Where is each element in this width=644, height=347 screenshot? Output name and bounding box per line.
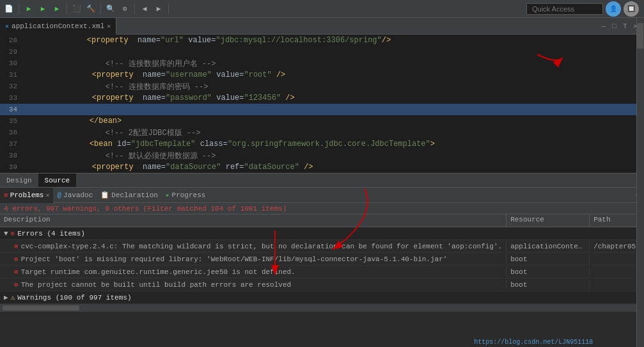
warnings-section-header[interactable]: ▶ ⚠ Warnings (100 of 997 items): [0, 291, 644, 304]
error-3-resource: boot: [507, 268, 590, 277]
toolbar-icons: 📄 ▶ ▶ ▶ ⬛ 🔨 🔍 ⚙ ◀ ▶: [3, 3, 526, 15]
warnings-section-icon: ⚠: [11, 293, 15, 302]
javadoc-tab[interactable]: @ Javadoc: [53, 188, 97, 203]
error-4-text: The project cannot be built until build …: [21, 281, 291, 289]
error-2-resource: boot: [507, 255, 590, 264]
problems-status-text: 4 errors, 997 warnings, 0 others (Filter…: [4, 205, 287, 213]
user-avatar[interactable]: 👤: [606, 1, 621, 17]
javadoc-tab-label: Javadoc: [63, 191, 93, 199]
error-3-text: Target runtime com.genuitec.runtime.gene…: [21, 268, 295, 276]
problems-tabbar: ⊗ Problems ✕ @ Javadoc 📋 Declaration ▸ P…: [0, 188, 644, 203]
minimize-button[interactable]: —: [600, 22, 608, 31]
errors-section-header[interactable]: ▼ ⊗ Errors (4 items): [0, 227, 644, 240]
icon-back[interactable]: ◀: [138, 3, 151, 15]
line-num-33: 33: [0, 94, 22, 102]
problems-status-bar: 4 errors, 997 warnings, 0 others (Filter…: [0, 203, 644, 214]
problems-tab-label: Problems: [10, 191, 44, 199]
main-container: ✕ applicationContext.xml ✕ — □ T ✕ Java: [0, 18, 644, 347]
design-tab[interactable]: Design: [0, 174, 38, 188]
icon-forward[interactable]: ▶: [152, 3, 165, 15]
line-num-39: 39: [0, 163, 22, 171]
error-1-text: cvc-complex-type.2.4.c: The matching wil…: [21, 243, 503, 250]
editor-close-button[interactable]: T: [621, 22, 629, 31]
errors-section-text: Errors (4 items): [17, 230, 85, 238]
error-2-text: Project 'boot' is missing required libra…: [21, 255, 448, 263]
line-num-34: 34: [0, 106, 22, 113]
watermark-url: https://blog.csdn.net/LJN951118: [474, 339, 593, 346]
separator-2: [67, 4, 67, 14]
tab-close-button[interactable]: ✕: [107, 22, 111, 30]
line-num-37: 37: [0, 140, 22, 148]
line-content-39: <property name="dataSource" ref="dataSou…: [22, 154, 313, 173]
xml-file-icon: ✕: [5, 22, 9, 30]
design-source-bar: Design Source: [0, 173, 644, 187]
separator-4: [134, 4, 135, 14]
declaration-tab-label: Declaration: [111, 191, 158, 199]
source-tab[interactable]: Source: [38, 174, 77, 188]
line-num-31: 31: [0, 71, 22, 79]
icon-gear[interactable]: ⚙: [118, 3, 131, 15]
icon-run3[interactable]: ▶: [51, 3, 63, 15]
editor-tab-xml[interactable]: ✕ applicationContext.xml ✕: [0, 18, 116, 35]
problems-table-header: Description Resource Path: [0, 214, 644, 227]
line-num-29: 29: [0, 48, 22, 56]
progress-tab-label: Progress: [172, 191, 206, 199]
problems-table-body: ▼ ⊗ Errors (4 items) ⊗ cvc-complex-type.…: [0, 227, 644, 304]
icon-search[interactable]: 🔍: [104, 3, 117, 15]
errors-section-label: ▼ ⊗ Errors (4 items): [0, 229, 507, 238]
code-line-28: 28 <property name="url" value="jdbc:mysq…: [0, 35, 644, 46]
perspective-icon[interactable]: 🔲: [624, 1, 639, 17]
error-row-3[interactable]: ⊗ Target runtime com.genuitec.runtime.ge…: [0, 266, 644, 278]
scrollbar-thumb[interactable]: [3, 305, 79, 311]
line-num-32: 32: [0, 83, 22, 90]
toolbar: 📄 ▶ ▶ ▶ ⬛ 🔨 🔍 ⚙ ◀ ▶ 👤 🔲: [0, 0, 644, 18]
error-4-icon: ⊗: [14, 280, 19, 289]
error-2-icon: ⊗: [14, 255, 19, 263]
bottom-scrollbar[interactable]: [0, 304, 644, 312]
code-editor[interactable]: 28 <property name="url" value="jdbc:mysq…: [0, 35, 644, 173]
icon-run2[interactable]: ▶: [36, 3, 49, 15]
tab-filename: applicationContext.xml: [12, 22, 104, 30]
line-num-38: 38: [0, 152, 22, 159]
warnings-expand-icon: ▶: [4, 293, 8, 302]
editor-area: ✕ applicationContext.xml ✕ — □ T ✕ Java: [0, 18, 644, 187]
tab-bar: ✕ applicationContext.xml ✕ — □ T ✕ Java: [0, 18, 644, 35]
icon-run[interactable]: ▶: [22, 3, 35, 15]
main-scrollbar-thumb[interactable]: [637, 23, 643, 49]
quick-access-input[interactable]: [526, 3, 603, 15]
error-row-2[interactable]: ⊗ Project 'boot' is missing required lib…: [0, 253, 644, 266]
line-num-30: 30: [0, 60, 22, 67]
error-3-desc: ⊗ Target runtime com.genuitec.runtime.ge…: [0, 267, 507, 277]
error-row-4[interactable]: ⊗ The project cannot be built until buil…: [0, 278, 644, 291]
tab-controls: — □ T ✕: [597, 21, 642, 31]
progress-icon: ▸: [166, 191, 170, 199]
problems-tab-close[interactable]: ✕: [45, 191, 49, 199]
error-1-desc: ⊗ cvc-complex-type.2.4.c: The matching w…: [0, 241, 507, 251]
line-num-28: 28: [0, 36, 22, 44]
main-scrollbar[interactable]: [636, 18, 644, 347]
error-1-resource: applicationConte...: [507, 242, 590, 251]
separator-3: [100, 4, 101, 14]
problems-tab[interactable]: ⊗ Problems ✕: [0, 188, 53, 203]
progress-tab[interactable]: ▸ Progress: [162, 188, 209, 203]
error-2-desc: ⊗ Project 'boot' is missing required lib…: [0, 254, 507, 264]
icon-debug[interactable]: ⬛: [70, 3, 83, 15]
error-4-resource: boot: [507, 280, 590, 289]
line-num-35: 35: [0, 117, 22, 125]
line-num-36: 36: [0, 129, 22, 136]
code-line-33: 33 <property name="password" value="1234…: [0, 92, 644, 104]
error-3-icon: ⊗: [14, 268, 19, 276]
maximize-button[interactable]: □: [610, 22, 618, 31]
separator-1: [19, 4, 19, 14]
declaration-icon: 📋: [100, 191, 109, 199]
declaration-tab[interactable]: 📋 Declaration: [97, 188, 162, 203]
icon-build[interactable]: 🔨: [84, 3, 97, 15]
header-resource: Resource: [507, 214, 590, 227]
icon-file-new[interactable]: 📄: [3, 3, 15, 15]
errors-section-icon: ⊗: [11, 229, 15, 238]
error-row-1[interactable]: ⊗ cvc-complex-type.2.4.c: The matching w…: [0, 240, 644, 253]
separator-5: [168, 4, 169, 14]
bottom-panel: ⊗ Problems ✕ @ Javadoc 📋 Declaration ▸ P…: [0, 187, 644, 347]
javadoc-icon: @: [57, 191, 61, 199]
problems-error-icon: ⊗: [4, 191, 8, 199]
